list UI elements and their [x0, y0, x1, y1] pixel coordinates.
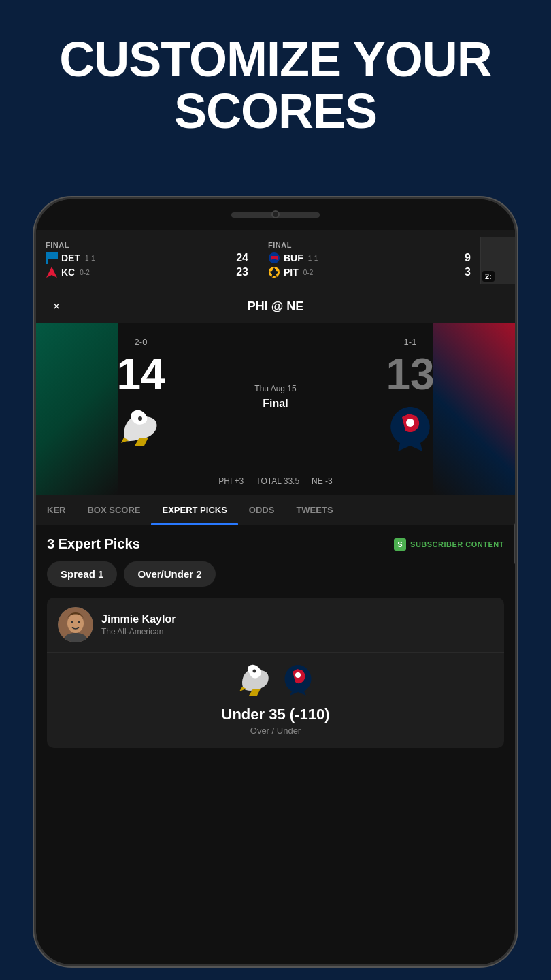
- tab-expert-picks[interactable]: EXPERT PICKS: [151, 495, 237, 525]
- team-info-buf: BUF 1-1: [268, 252, 318, 264]
- pick-patriots-logo: [281, 662, 315, 696]
- svg-point-9: [67, 614, 84, 633]
- phone-shell: FINAL DET 1-1 24: [34, 197, 517, 966]
- game-score-detail: 2-0 14: [36, 323, 515, 495]
- team-row-kc: KC 0-2 23: [46, 266, 248, 278]
- game-detail-panel: × PHI @ NE 2-0 14: [36, 290, 515, 759]
- score-card-buf-pit[interactable]: FINAL BUF 1-1 9: [258, 237, 481, 284]
- expert-header: 3 Expert Picks S SUBSCRIBER CONTENT: [47, 536, 504, 552]
- score-status-1: FINAL: [46, 241, 248, 249]
- expert-title: The All-American: [101, 627, 176, 636]
- score-status-2: FINAL: [268, 241, 471, 249]
- kc-score: 23: [236, 266, 248, 278]
- kc-name: KC: [61, 267, 75, 278]
- filter-pills: Spread 1 Over/Under 2: [47, 561, 504, 587]
- game-score-content: 2-0 14: [36, 323, 515, 470]
- phone-camera: [271, 210, 280, 218]
- side-button[interactable]: [514, 523, 515, 564]
- pick-logos: [236, 662, 315, 696]
- pick-result: Under 35 (-110) Over / Under: [222, 706, 330, 736]
- tab-odds[interactable]: ODDS: [238, 495, 286, 525]
- pit-score: 3: [465, 266, 471, 278]
- pick-main-label: Under 35 (-110): [222, 706, 330, 723]
- total-line: TOTAL 33.5: [256, 476, 299, 486]
- phone-notch-area: [36, 199, 515, 230]
- det-score: 24: [236, 252, 248, 264]
- buf-logo: [268, 252, 280, 264]
- buf-score: 9: [465, 252, 471, 264]
- team-row-det: DET 1-1 24: [46, 252, 248, 264]
- expert-info: Jimmie Kaylor The All-American: [101, 613, 176, 636]
- expert-count: 3 Expert Picks: [47, 536, 140, 552]
- svg-rect-0: [46, 252, 48, 264]
- team-info-kc: KC 0-2: [46, 266, 90, 278]
- kc-logo: [46, 266, 58, 278]
- tab-tweets[interactable]: TWEETS: [285, 495, 344, 525]
- game-status: Final: [263, 397, 288, 410]
- filter-over-under[interactable]: Over/Under 2: [124, 561, 215, 587]
- close-button[interactable]: ×: [47, 297, 66, 316]
- thumb-time: 2:: [482, 271, 495, 282]
- score-card-det-kc[interactable]: FINAL DET 1-1 24: [36, 237, 258, 284]
- ne-record: 1-1: [404, 337, 417, 347]
- pick-sub-label: Over / Under: [222, 725, 330, 736]
- team-row-buf: BUF 1-1 9: [268, 252, 471, 264]
- hero-title: CUSTOMIZE YOUR SCORES: [0, 0, 551, 157]
- scores-bar: FINAL DET 1-1 24: [36, 230, 515, 290]
- det-logo: [46, 252, 58, 264]
- filter-spread[interactable]: Spread 1: [47, 561, 117, 587]
- expert-pick-body: Under 35 (-110) Over / Under: [47, 652, 504, 748]
- phi-score-big: 14: [116, 353, 165, 396]
- det-record: 1-1: [85, 255, 95, 262]
- team-info-pit: PIT 0-2: [268, 266, 313, 278]
- expert-card-jimmie: Jimmie Kaylor The All-American: [47, 598, 504, 748]
- svg-marker-2: [46, 267, 57, 278]
- tabs-bar: KER BOX SCORE EXPERT PICKS ODDS TWEETS: [36, 495, 515, 525]
- phi-logo-big: [114, 402, 168, 456]
- det-name: DET: [61, 252, 80, 263]
- pit-record: 0-2: [303, 269, 313, 276]
- svg-point-13: [295, 672, 301, 678]
- svg-point-12: [253, 670, 256, 673]
- subscriber-label: SUBSCRIBER CONTENT: [410, 540, 504, 549]
- game-matchup-title: PHI @ NE: [66, 299, 485, 314]
- pick-eagles-logo: [236, 662, 270, 696]
- phi-record: 2-0: [135, 337, 148, 347]
- score-card-thumb[interactable]: 2:: [481, 237, 515, 284]
- phone-screen: FINAL DET 1-1 24: [36, 230, 515, 964]
- buf-record: 1-1: [308, 255, 318, 262]
- betting-line: PHI +3 TOTAL 33.5 NE -3: [36, 470, 515, 495]
- svg-point-6: [138, 416, 142, 421]
- expert-name: Jimmie Kaylor: [101, 613, 176, 625]
- pit-logo: [268, 266, 280, 278]
- kc-record: 0-2: [80, 269, 89, 276]
- tab-box-score[interactable]: BOX SCORE: [76, 495, 151, 525]
- team-info-det: DET 1-1: [46, 252, 95, 264]
- game-date: Thu Aug 15: [254, 384, 296, 393]
- team-side-phi: 2-0 14: [47, 337, 235, 456]
- team-row-pit: PIT 0-2 3: [268, 266, 471, 278]
- svg-rect-1: [48, 252, 58, 259]
- svg-point-11: [78, 621, 80, 623]
- ne-score-big: 13: [386, 353, 434, 396]
- expert-card-header: Jimmie Kaylor The All-American: [47, 598, 504, 652]
- home-spread: PHI +3: [218, 476, 244, 486]
- expert-avatar: [58, 607, 93, 642]
- away-spread: NE -3: [312, 476, 333, 486]
- game-middle-col: Thu Aug 15 Final: [235, 384, 316, 410]
- svg-point-7: [406, 419, 414, 427]
- pit-name: PIT: [284, 267, 299, 278]
- expert-picks-section: 3 Expert Picks S SUBSCRIBER CONTENT Spre…: [36, 525, 515, 759]
- tab-tracker[interactable]: KER: [36, 495, 76, 525]
- ne-logo-big: [383, 402, 437, 456]
- svg-point-10: [71, 621, 73, 623]
- subscriber-icon: S: [394, 538, 406, 551]
- game-detail-header: × PHI @ NE: [36, 290, 515, 323]
- team-side-ne: 1-1 13: [316, 337, 504, 456]
- buf-name: BUF: [284, 252, 303, 263]
- subscriber-badge: S SUBSCRIBER CONTENT: [394, 538, 504, 551]
